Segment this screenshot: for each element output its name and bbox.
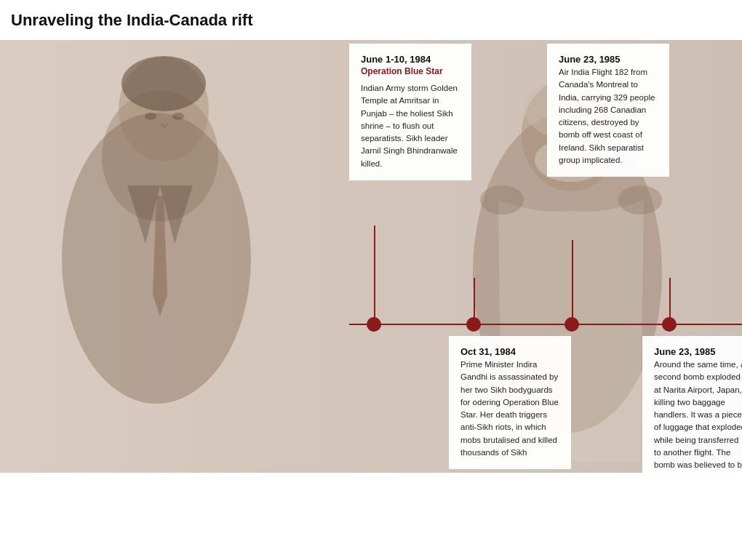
connector-line-1 [374,225,375,324]
event-4-date: June 23, 1985 [654,346,742,357]
event-4-text: Around the same time, a second bomb expl… [654,359,742,471]
page-title: Unraveling the India-Canada rift [11,11,253,30]
timeline-line [349,324,742,325]
event-card-1: June 1-10, 1984 Operation Blue Star Indi… [349,44,471,180]
connector-line-3 [572,240,573,324]
event-3-text: Air India Flight 182 from Canada's Montr… [559,66,658,167]
event-2-date: Oct 31, 1984 [460,346,559,357]
svg-point-5 [172,113,184,120]
timeline-dot-4 [662,317,677,332]
event-1-date: June 1-10, 1984 [361,54,460,65]
figure-left [7,40,364,476]
timeline-dot-3 [565,317,579,332]
bottom-white [0,473,742,560]
event-1-text: Indian Army storm Golden Temple at Amrit… [361,82,460,170]
svg-point-2 [121,56,206,111]
page-container: Unraveling the India-Canada rift June 1-… [0,0,742,560]
timeline-dot-2 [466,317,481,332]
event-card-4: June 23, 1985 Around the same time, a se… [642,336,742,481]
event-3-date: June 23, 1985 [559,54,658,65]
svg-point-10 [480,185,524,215]
event-card-3: June 23, 1985 Air India Flight 182 from … [547,44,669,177]
svg-point-11 [618,185,662,215]
svg-point-4 [145,113,156,120]
timeline-dot-1 [367,317,381,332]
event-card-2: Oct 31, 1984 Prime Minister Indira Gandh… [449,336,571,469]
event-2-text: Prime Minister Indira Gandhi is assassin… [460,359,559,459]
event-1-subtitle: Operation Blue Star [361,66,460,76]
